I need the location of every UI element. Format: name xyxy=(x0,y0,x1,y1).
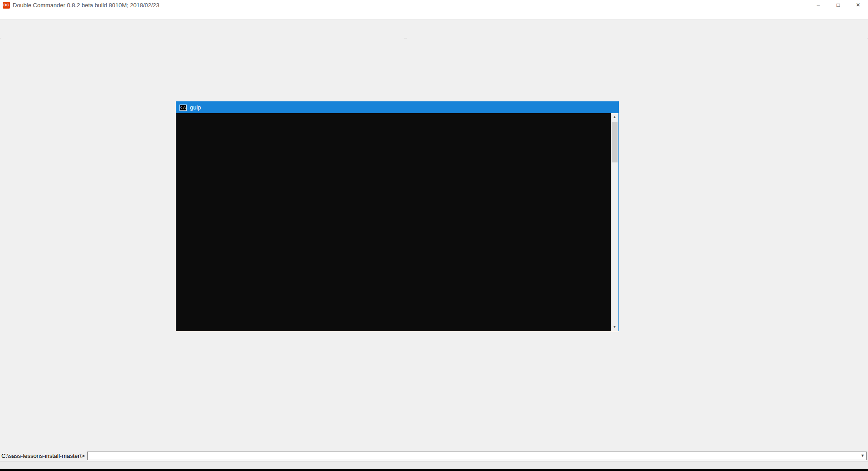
console-body: ▲ ▼ xyxy=(176,113,618,331)
app-icon: DC xyxy=(3,2,10,9)
command-input[interactable]: ▼ xyxy=(87,452,867,460)
command-line-row: C:\sass-lessons-install-master\> ▼ xyxy=(0,450,868,461)
window-close-button[interactable]: ✕ xyxy=(848,0,868,10)
title-bar[interactable]: DC Double Commander 0.8.2 beta build 801… xyxy=(0,0,868,10)
scroll-down-icon[interactable]: ▼ xyxy=(611,323,618,331)
window-title: Double Commander 0.8.2 beta build 8010M;… xyxy=(13,2,160,9)
console-scrollbar[interactable]: ▲ ▼ xyxy=(611,113,618,331)
cmd-icon: C:\ xyxy=(179,105,187,111)
window-controls: –□✕ xyxy=(808,0,868,10)
window-maximize-button[interactable]: □ xyxy=(828,0,848,10)
console-output xyxy=(176,113,611,331)
console-title-bar[interactable]: C:\ gulp xyxy=(176,102,618,113)
scroll-up-icon[interactable]: ▲ xyxy=(611,113,618,121)
console-window: C:\ gulp ▲ ▼ xyxy=(176,101,619,331)
console-title: gulp xyxy=(190,104,201,111)
bottom-edge xyxy=(0,469,868,471)
scroll-thumb[interactable] xyxy=(612,122,618,162)
toolbar xyxy=(0,19,868,38)
menu-bar xyxy=(0,10,868,19)
double-commander-window: DC Double Commander 0.8.2 beta build 801… xyxy=(0,0,868,471)
command-history-dropdown-icon[interactable]: ▼ xyxy=(859,453,866,458)
window-minimize-button[interactable]: – xyxy=(808,0,828,10)
function-key-bar xyxy=(0,461,868,469)
command-prompt: C:\sass-lessons-install-master\> xyxy=(1,452,85,459)
